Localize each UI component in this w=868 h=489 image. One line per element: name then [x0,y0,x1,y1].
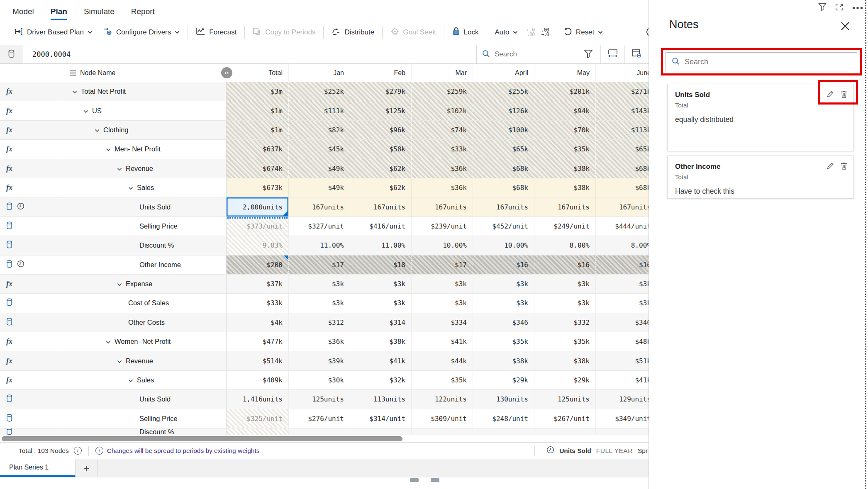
column-header-jan[interactable]: Jan [289,64,350,82]
node-name-cell[interactable]: Units Sold [62,197,227,216]
value-cell[interactable]: $3k [289,275,350,293]
value-cell[interactable]: $49k [289,159,350,178]
auto-dropdown[interactable]: Auto [490,28,524,36]
table-row[interactable]: fxTotal Net Profit$3m$252k$279k$259k$255… [0,82,649,101]
edit-note-icon[interactable] [826,162,834,172]
value-cell[interactable]: $3k [412,275,473,293]
table-row[interactable]: fxClothing$1m$82k$96k$74k$100k$70k$113k [0,121,649,140]
value-cell[interactable]: 167units [596,197,649,216]
value-cell[interactable]: $255k [473,82,534,101]
collapse-chevron-icon[interactable] [128,376,133,384]
value-cell[interactable]: $4k [227,313,289,332]
value-cell[interactable]: $111k [289,101,350,120]
forecast-button[interactable]: Forecast [190,27,242,37]
table-row[interactable]: Selling Price$325/unit$276/unit$314/unit… [0,409,649,428]
value-cell[interactable]: $33k [227,294,289,312]
reset-button[interactable]: Reset [558,27,608,38]
value-cell[interactable]: $68k [596,159,649,178]
value-cell[interactable]: 167units [473,197,534,216]
column-header-april[interactable]: April [473,64,534,82]
value-cell[interactable]: $314/unit [350,409,412,428]
value-cell[interactable]: $143k [596,101,649,120]
value-cell[interactable]: $346 [473,313,534,332]
table-row[interactable]: Cost of Sales$33k$3k$3k$3k$3k$3k$3k [0,294,649,313]
value-cell[interactable] [473,428,534,435]
value-cell[interactable]: $41k [412,332,473,351]
value-cell[interactable]: $36k [289,332,350,351]
value-cell[interactable]: $252k [289,82,350,101]
value-cell[interactable]: $70k [534,121,596,139]
value-cell[interactable]: $373/unit [227,217,289,236]
value-cell[interactable]: 8.00% [596,236,649,255]
node-name-cell[interactable]: Total Net Profit [62,82,227,101]
value-cell[interactable]: $113k [596,121,649,139]
value-cell[interactable]: $3k [350,294,412,312]
value-cell[interactable]: 122units [412,390,473,409]
table-row[interactable]: fxWomen- Net Profit$477k$36k$38k$41k$35k… [0,332,649,351]
note-card[interactable]: Other Income Total Have to check this [667,156,854,199]
value-cell[interactable]: $346 [596,313,649,332]
value-cell[interactable]: $1m [227,101,289,120]
value-cell[interactable]: $200 [227,255,289,274]
collapse-chevron-icon[interactable] [117,357,122,365]
table-row[interactable]: Discount %9.83%11.00%11.00%10.00%10.00%8… [0,236,649,255]
close-icon[interactable] [841,22,850,32]
column-header-may[interactable]: May [534,64,596,82]
value-cell[interactable]: $325/unit [227,409,289,428]
table-row[interactable]: Units Sold2,000units167units167units167u… [0,197,649,217]
value-cell[interactable]: $49k [289,178,350,197]
note-card[interactable]: Units Sold Total equally distributed [667,84,854,151]
node-name-cell[interactable]: Units Sold [62,390,227,409]
value-cell[interactable]: $279k [350,82,412,101]
value-cell[interactable]: $3m [227,82,289,101]
value-cell[interactable]: $38k [473,351,534,370]
value-cell[interactable]: $33k [412,140,473,158]
node-name-cell[interactable]: Expense [62,275,227,293]
value-cell[interactable]: 167units [412,197,473,216]
value-cell[interactable]: $444/unit [596,217,649,236]
value-cell[interactable]: $409k [227,371,289,389]
column-header-mar[interactable]: Mar [412,64,473,82]
value-cell[interactable]: $65k [596,140,649,158]
node-name-cell[interactable]: Selling Price [62,217,227,236]
node-name-cell[interactable]: Cost of Sales [62,294,227,312]
horizontal-scrollbar-thumb[interactable] [2,436,402,441]
decrease-decimals-button[interactable]: ←.0 .00 [523,28,538,37]
value-cell[interactable]: $41k [596,371,649,389]
info-icon[interactable]: i [74,447,82,455]
value-cell[interactable] [350,428,412,435]
table-row[interactable]: fxRevenue$674k$49k$62k$36k$68k$38k$68k [0,159,649,178]
value-cell[interactable]: 11.00% [289,236,350,255]
collapse-chevron-icon[interactable] [83,107,88,115]
value-cell[interactable]: 11.00% [350,236,412,255]
menu-simulate[interactable]: Simulate [84,7,115,20]
value-cell[interactable]: $312 [289,313,350,332]
value-cell[interactable]: $100k [473,121,534,139]
distribute-button[interactable]: Distribute [326,27,380,38]
value-cell[interactable]: $334 [412,313,473,332]
expand-panel-icon[interactable] [835,3,844,12]
value-cell[interactable]: $37k [227,275,289,293]
node-name-cell[interactable]: Other Costs [62,313,227,332]
value-cell[interactable]: $102k [412,101,473,120]
value-cell[interactable]: $416/unit [350,217,412,236]
value-cell[interactable]: $94k [534,101,596,120]
value-cell[interactable]: $35k [534,140,596,158]
value-cell[interactable]: $36k [412,159,473,178]
value-cell[interactable]: $74k [412,121,473,139]
value-cell[interactable]: $637k [227,140,289,158]
value-cell[interactable]: 167units [534,197,596,216]
filter-button[interactable] [576,45,600,63]
value-cell[interactable]: $68k [473,159,534,178]
column-header-node-name[interactable]: Node Name [62,64,227,82]
value-cell[interactable]: $62k [350,159,412,178]
value-cell[interactable]: $314 [350,313,412,332]
value-cell[interactable]: $327/unit [289,217,350,236]
value-cell[interactable]: $1m [227,121,289,139]
value-cell[interactable]: $267/unit [534,409,596,428]
value-cell[interactable]: $271k [596,82,649,101]
table-row[interactable]: Other Income$200$17$18$17$16$16$16 [0,255,649,275]
table-row[interactable]: fxUS$1m$111k$125k$102k$126k$94k$143k [0,101,649,120]
table-row[interactable]: Selling Price$373/unit$327/unit$416/unit… [0,217,649,236]
value-cell[interactable]: 167units [350,197,412,216]
